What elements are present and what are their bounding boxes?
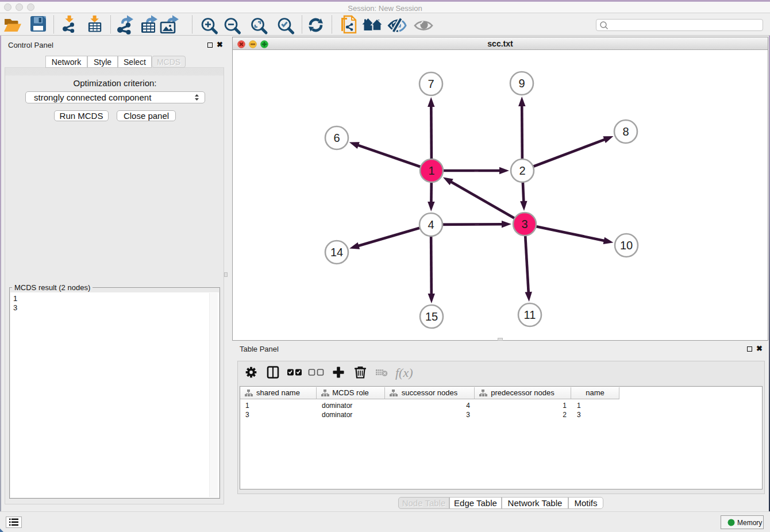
svg-text:3: 3	[521, 218, 528, 230]
svg-text:15: 15	[425, 310, 438, 323]
svg-text:f(x): f(x)	[395, 365, 413, 380]
svg-text:4: 4	[428, 218, 434, 231]
svg-text:2: 2	[519, 164, 525, 177]
svg-text:14: 14	[330, 246, 343, 259]
svg-text:11: 11	[524, 309, 536, 321]
svg-text:8: 8	[622, 125, 629, 138]
svg-text:1: 1	[428, 164, 434, 177]
svg-text:6: 6	[333, 132, 340, 144]
svg-text:10: 10	[620, 239, 633, 252]
svg-text:9: 9	[518, 77, 525, 90]
svg-text:7: 7	[428, 78, 434, 90]
